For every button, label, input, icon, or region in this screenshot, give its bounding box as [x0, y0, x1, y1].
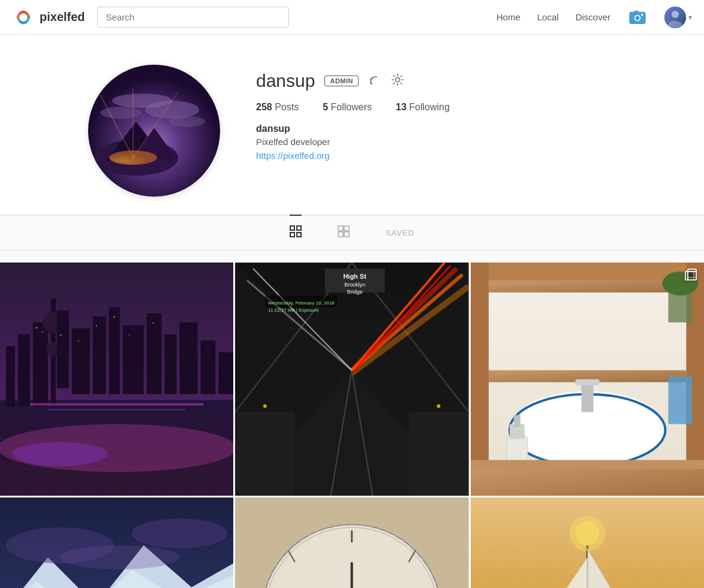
search-input[interactable]	[97, 7, 289, 28]
svg-rect-41	[57, 310, 69, 388]
svg-point-24	[396, 77, 400, 82]
profile-avatar	[88, 65, 220, 197]
svg-rect-61	[30, 403, 204, 406]
posts-grid-section: High St Brooklyn Bridge	[0, 251, 704, 588]
list-icon	[338, 225, 350, 240]
svg-rect-112	[471, 460, 704, 469]
profile-display-name: dansup	[256, 123, 616, 134]
profile-website[interactable]: https://pixelfed.org	[256, 150, 330, 161]
svg-rect-36	[18, 334, 30, 406]
profile-bio: Pixelfed developer	[256, 137, 616, 147]
svg-rect-26	[297, 226, 301, 230]
svg-rect-43	[93, 316, 106, 394]
dropdown-chevron-icon: ▾	[688, 13, 692, 22]
settings-icon[interactable]	[391, 73, 404, 89]
svg-rect-28	[297, 233, 301, 237]
profile-section: dansup ADMIN 258 Posts	[52, 35, 652, 215]
svg-rect-109	[514, 415, 521, 427]
svg-point-85	[263, 405, 267, 408]
grid-post-2[interactable]: High St Brooklyn Bridge	[235, 263, 468, 496]
svg-point-123	[60, 545, 180, 569]
svg-point-9	[672, 11, 679, 18]
svg-point-23	[370, 82, 372, 85]
svg-point-151	[575, 521, 599, 545]
camera-icon	[629, 9, 646, 26]
svg-text:Wednesday, February 10, 2016: Wednesday, February 10, 2016	[268, 300, 335, 306]
svg-rect-45	[123, 325, 144, 394]
search-box[interactable]	[97, 7, 289, 28]
svg-rect-35	[6, 346, 15, 406]
profile-username: dansup	[256, 71, 315, 91]
grid-post-5[interactable]	[235, 497, 468, 588]
svg-rect-58	[153, 322, 154, 324]
grid-icon	[290, 225, 302, 240]
svg-point-60	[12, 442, 108, 466]
grid-post-4[interactable]	[0, 497, 233, 588]
svg-rect-52	[42, 331, 43, 333]
svg-rect-50	[218, 352, 233, 394]
brand-link[interactable]: pixelfed	[12, 6, 85, 29]
user-menu[interactable]: ▾	[664, 7, 692, 28]
profile-username-row: dansup ADMIN	[256, 71, 616, 91]
svg-point-18	[100, 107, 142, 119]
tab-grid[interactable]	[290, 215, 302, 250]
nav-user-avatar	[664, 7, 686, 28]
tab-list[interactable]	[338, 215, 350, 250]
svg-rect-46	[147, 313, 162, 394]
svg-text:Bridge: Bridge	[347, 289, 363, 295]
svg-rect-29	[338, 226, 343, 231]
svg-point-19	[169, 116, 205, 127]
profile-stats: 258 Posts 5 Followers 13 Following	[256, 102, 616, 113]
admin-badge[interactable]: ADMIN	[324, 76, 359, 86]
svg-rect-37	[33, 322, 48, 406]
svg-rect-6	[634, 10, 639, 13]
nav-local[interactable]: Local	[537, 12, 559, 22]
profile-info: dansup ADMIN 258 Posts	[256, 65, 616, 161]
profile-avatar-wrap	[88, 65, 220, 197]
nav-home[interactable]: Home	[497, 12, 521, 22]
svg-rect-25	[290, 226, 294, 230]
followers-stat[interactable]: 5 Followers	[323, 102, 372, 113]
svg-rect-111	[471, 466, 704, 496]
svg-text:Brooklyn: Brooklyn	[345, 282, 366, 288]
camera-button[interactable]	[627, 7, 648, 28]
svg-rect-57	[129, 334, 131, 336]
svg-rect-51	[36, 327, 37, 328]
grid-post-3[interactable]	[471, 263, 704, 496]
svg-rect-27	[290, 233, 294, 237]
svg-rect-62	[48, 409, 186, 411]
grid-post-6[interactable]	[471, 497, 704, 588]
profile-tabs-wrap: SAVED	[0, 215, 704, 251]
svg-point-5	[636, 16, 640, 20]
brand-logo-icon	[12, 6, 35, 29]
following-stat[interactable]: 13 Following	[396, 102, 450, 113]
svg-rect-42	[72, 328, 90, 394]
navbar: pixelfed Home Local Discover	[0, 0, 704, 35]
svg-rect-44	[109, 307, 120, 394]
svg-point-7	[641, 13, 643, 16]
svg-point-86	[437, 405, 441, 408]
nav-links: Home Local Discover	[497, 7, 692, 28]
multi-image-icon	[685, 269, 698, 282]
posts-stat: 258 Posts	[256, 102, 299, 113]
svg-rect-49	[200, 340, 215, 394]
brand-name: pixelfed	[40, 10, 85, 24]
svg-rect-54	[78, 340, 79, 342]
svg-text:11:22:27 AM | Exposure: 11:22:27 AM | Exposure	[268, 307, 319, 313]
tab-saved[interactable]: SAVED	[386, 218, 414, 247]
rss-icon[interactable]	[368, 73, 381, 89]
profile-tabs: SAVED	[52, 215, 652, 250]
posts-grid: High St Brooklyn Bridge	[0, 263, 704, 588]
svg-rect-92	[688, 272, 696, 280]
svg-rect-48	[179, 322, 197, 394]
svg-rect-110	[668, 376, 692, 424]
svg-rect-32	[344, 232, 349, 237]
svg-rect-53	[60, 334, 62, 336]
grid-post-1[interactable]	[0, 263, 233, 496]
svg-point-122	[132, 518, 228, 548]
svg-point-1	[19, 13, 27, 21]
svg-rect-67	[235, 412, 295, 496]
nav-discover[interactable]: Discover	[576, 12, 610, 22]
svg-rect-105	[581, 382, 593, 412]
svg-rect-68	[409, 412, 469, 496]
